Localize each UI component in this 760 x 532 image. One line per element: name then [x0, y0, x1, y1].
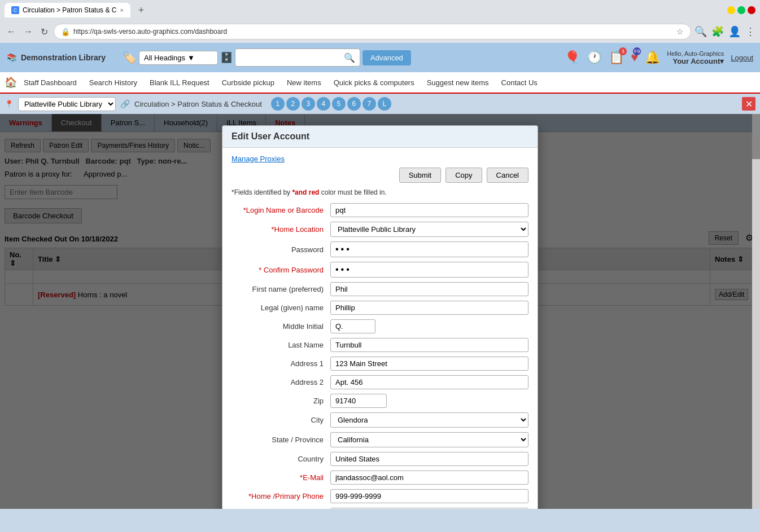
login-label: *Login Name or Barcode — [232, 206, 330, 214]
page-4-button[interactable]: 4 — [317, 97, 330, 111]
cancel-button[interactable]: Cancel — [487, 168, 528, 183]
last-name-input[interactable] — [330, 338, 528, 352]
login-input[interactable] — [330, 203, 528, 217]
location-pin-icon: 📍 — [5, 100, 14, 108]
scrollbar[interactable] — [752, 114, 760, 509]
home-location-select[interactable]: Platteville Public Library — [330, 222, 528, 237]
copy-button[interactable]: Copy — [445, 168, 482, 183]
legal-name-input[interactable] — [330, 301, 528, 315]
lock-icon: 🔒 — [61, 28, 70, 36]
tab-favicon: C — [11, 6, 19, 14]
scrollbar-thumb[interactable] — [752, 114, 760, 159]
page-2-button[interactable]: 2 — [286, 97, 300, 111]
modal-overlay: Edit User Account Manage Proxies Submit … — [0, 114, 760, 509]
nav-contact[interactable]: Contact Us — [496, 74, 543, 91]
legal-name-label: Legal (given) name — [232, 304, 330, 312]
extensions-icon[interactable]: 🧩 — [711, 25, 724, 38]
pagination: 1 2 3 4 5 6 7 L — [271, 97, 391, 111]
state-label: State / Province — [232, 436, 330, 444]
password-input[interactable] — [330, 241, 528, 257]
nav-staff-dashboard[interactable]: Staff Dashboard — [18, 74, 82, 91]
app-logo: 📚 Demonstration Library — [7, 53, 106, 62]
address2-input[interactable] — [330, 375, 528, 389]
search-icon[interactable]: 🔍 — [695, 25, 707, 38]
page-7-button[interactable]: 7 — [362, 97, 376, 111]
tab-close-icon[interactable]: × — [120, 7, 123, 14]
email-input[interactable] — [330, 471, 528, 485]
bookmark-icon[interactable]: ☆ — [676, 27, 684, 36]
nav-quick-picks[interactable]: Quick picks & computers — [328, 74, 420, 91]
close-circulation-button[interactable]: ✕ — [742, 97, 755, 111]
breadcrumb: Circulation > Patron Status & Checkout — [134, 100, 262, 108]
country-label: Country — [232, 455, 330, 463]
clock-icon[interactable]: 🕐 — [587, 50, 602, 65]
address1-label: Address 1 — [232, 359, 330, 368]
page-3-button[interactable]: 3 — [302, 97, 315, 111]
confirm-password-input[interactable] — [330, 262, 528, 278]
logo-icon: 📚 — [7, 53, 16, 62]
submit-button[interactable]: Submit — [399, 168, 441, 183]
required-note: *Fields identified by *and red color mus… — [232, 188, 528, 196]
manage-proxies-link[interactable]: Manage Proxies — [232, 155, 285, 163]
dropdown-arrow-icon: ▼ — [187, 54, 195, 62]
home-nav-icon[interactable]: 🏠 — [5, 76, 17, 89]
back-button[interactable]: ← — [5, 24, 18, 39]
nav-blank-ill[interactable]: Blank ILL Request — [144, 74, 215, 91]
profile-icon[interactable]: 👤 — [728, 25, 741, 38]
library-select[interactable]: Platteville Public Library — [18, 97, 116, 111]
user-account-dropdown[interactable]: Your Account▾ — [667, 57, 724, 65]
last-name-label: Last Name — [232, 341, 330, 349]
city-label: City — [232, 416, 330, 424]
page-6-button[interactable]: 6 — [347, 97, 361, 111]
zip-input[interactable] — [330, 394, 387, 408]
advanced-button[interactable]: Advanced — [362, 50, 411, 65]
search-type-dropdown[interactable]: All Headings ▼ — [139, 51, 218, 65]
search-input[interactable] — [235, 54, 339, 62]
nav-menu: 🏠 Staff Dashboard Search History Blank I… — [0, 72, 760, 94]
logout-button[interactable]: Logout — [731, 54, 753, 62]
menu-icon[interactable]: ⋮ — [745, 25, 755, 38]
home-phone-input[interactable] — [330, 489, 528, 503]
link-icon: 🔗 — [120, 99, 130, 108]
heart-badge: F9 — [633, 47, 641, 55]
forward-button[interactable]: → — [21, 24, 35, 39]
state-select[interactable]: California — [330, 432, 528, 447]
refresh-button[interactable]: ↻ — [38, 24, 50, 39]
page-5-button[interactable]: 5 — [332, 97, 346, 111]
browser-tab[interactable]: C Circulation > Patron Status & C × — [5, 3, 130, 17]
maximize-button[interactable] — [737, 6, 745, 14]
minimize-button[interactable] — [727, 6, 735, 14]
middle-initial-label: Middle Initial — [232, 322, 330, 331]
edit-user-modal: Edit User Account Manage Proxies Submit … — [222, 125, 538, 509]
new-tab-button[interactable]: + — [135, 3, 148, 17]
modal-title: Edit User Account — [232, 131, 309, 142]
bell-icon[interactable]: 🔔 — [645, 50, 660, 65]
page-1-button[interactable]: 1 — [271, 97, 285, 111]
user-info: Hello, Auto-Graphics Your Account▾ — [667, 50, 724, 65]
nav-curbside[interactable]: Curbside pickup — [216, 74, 280, 91]
nav-search-history[interactable]: Search History — [84, 74, 143, 91]
nav-suggest[interactable]: Suggest new items — [421, 74, 495, 91]
balloon-icon[interactable]: 🎈 — [565, 50, 580, 65]
country-input[interactable] — [330, 452, 528, 466]
address2-label: Address 2 — [232, 378, 330, 386]
password-label: Password — [232, 245, 330, 254]
first-name-label: First name (preferred) — [232, 285, 330, 293]
required-text: *and red — [292, 188, 319, 196]
close-window-button[interactable] — [748, 6, 755, 14]
city-select[interactable]: Glendora — [330, 412, 528, 428]
logo-badge: 🏷️ — [123, 51, 137, 64]
address1-input[interactable] — [330, 357, 528, 371]
search-bar: 🔍 — [235, 49, 360, 67]
fax-input[interactable] — [330, 508, 528, 509]
confirm-password-label: * Confirm Password — [232, 266, 330, 274]
middle-initial-input[interactable] — [330, 319, 375, 333]
home-phone-label: *Home /Primary Phone — [232, 492, 330, 500]
nav-new-items[interactable]: New items — [281, 74, 327, 91]
first-name-input[interactable] — [330, 282, 528, 296]
address-bar[interactable]: 🔒 https://qa-swls-verso.auto-graphics.co… — [54, 24, 691, 39]
search-button[interactable]: 🔍 — [339, 50, 360, 65]
email-label: *E-Mail — [232, 473, 330, 482]
page-l-button[interactable]: L — [378, 97, 391, 111]
database-icon[interactable]: 🗄️ — [220, 51, 233, 64]
